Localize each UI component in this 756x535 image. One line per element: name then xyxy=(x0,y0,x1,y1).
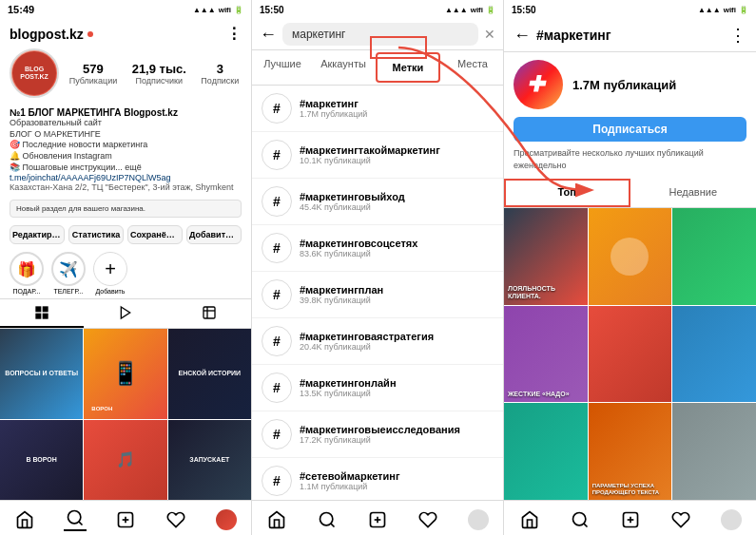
svg-rect-5 xyxy=(204,307,215,318)
content-grid-item[interactable]: ПАРАМЕТРЫ УСПЕХА ПРОДАЮЩЕГО ТЕКСТА xyxy=(589,403,672,500)
nav-home-icon[interactable] xyxy=(13,508,36,531)
hashtag-item[interactable]: # #сетевоймаркетинг 1.1M публикаций xyxy=(252,458,503,500)
content-grid-item[interactable]: ЖЕСТКИЕ «НАДО» xyxy=(504,306,588,403)
right-back-icon[interactable]: ← xyxy=(514,26,531,46)
svg-rect-3 xyxy=(43,314,48,319)
right-nav-add-icon[interactable] xyxy=(619,508,642,531)
content-grid-item[interactable] xyxy=(672,208,756,305)
mid-time: 15:50 xyxy=(260,5,284,15)
add-more-button[interactable]: Добавить м... xyxy=(186,225,242,244)
mid-nav-home-icon[interactable] xyxy=(265,508,288,531)
left-panel: 15:49 ▲▲▲ wifi 🔋 blogpost.kz ⋮ BLOGPOST.… xyxy=(0,0,252,535)
tab-top[interactable]: Топ xyxy=(504,179,630,207)
grid-item[interactable]: ВОПРОСЫ И ОТВЕТЫ xyxy=(0,329,83,418)
right-time: 15:50 xyxy=(512,5,536,15)
hashtag-item[interactable]: # #маркетинговаястратегия 20.4K публикац… xyxy=(252,318,503,365)
brand-name: blogpost.kz ⋮ xyxy=(10,25,242,43)
content-grid-item[interactable] xyxy=(672,306,756,403)
hashtag-item[interactable]: # #маркетинговсоцсетях 83.6K публикаций xyxy=(252,225,503,272)
hashtag-info: #маркетингтакоймаркетинг 10.1K публикаци… xyxy=(300,144,494,165)
hashtag-item[interactable]: # #маркетинговыеисследования 17.2K публи… xyxy=(252,411,503,458)
hashtag-avatar xyxy=(514,60,563,109)
hashtag-icon: # xyxy=(262,140,292,170)
search-clear-icon[interactable]: ✕ xyxy=(484,27,495,42)
hashtag-info: #сетевоймаркетинг 1.1M публикаций xyxy=(300,470,494,491)
hashtag-item[interactable]: # #маркетинговыйход 45.4K публикаций xyxy=(252,179,503,225)
tab-best[interactable]: Лучшие xyxy=(252,50,313,85)
grid-item[interactable]: ЕНСКОЙ ИСТОРИИ xyxy=(168,329,251,418)
wifi-icon: wifi xyxy=(219,6,231,14)
right-nav-heart-icon[interactable] xyxy=(669,508,692,531)
mid-nav-add-icon[interactable] xyxy=(366,508,389,531)
mid-wifi-icon: wifi xyxy=(471,6,483,14)
hashtag-profile: 1.7M публикаций Подписаться Просматривай… xyxy=(504,52,756,179)
content-grid-item[interactable] xyxy=(589,306,672,403)
right-nav-profile-icon[interactable] xyxy=(720,508,743,531)
hashtag-info: #маркетинг 1.7M публикаций xyxy=(300,98,494,119)
content-grid-item[interactable] xyxy=(672,403,756,500)
grid-item[interactable]: В ВОРОН xyxy=(0,420,83,500)
reels-tab[interactable] xyxy=(84,299,167,328)
mid-nav-profile-icon[interactable] xyxy=(467,508,490,531)
mid-nav-heart-icon[interactable] xyxy=(417,508,439,531)
saved-button[interactable]: Сохранённое xyxy=(127,225,183,244)
content-grid: ЛОЯЛЬНОСТЬ КЛИЕНТА. ЖЕСТКИЕ «НАДО» ПАРАМ… xyxy=(504,208,756,500)
hashtag-icon: # xyxy=(262,279,292,310)
stats-row: 579 Публикации 21,9 тыс. Подписчики 3 По… xyxy=(67,62,242,86)
profile-bio: №1 БЛОГ МАРКЕТИНГА Blogpost.kz Образоват… xyxy=(0,107,251,196)
edit-profile-button[interactable]: Редактировать проф... xyxy=(10,225,65,244)
tagged-tab[interactable] xyxy=(167,299,251,328)
back-arrow-icon[interactable]: ← xyxy=(260,25,277,45)
statistics-button[interactable]: Статистика xyxy=(68,225,124,244)
highlight-gift-circle: 🎁 xyxy=(10,252,44,286)
hashtag-icon: # xyxy=(262,373,292,403)
highlight-add-circle: + xyxy=(93,252,127,286)
svg-point-13 xyxy=(320,513,333,525)
right-nav-home-icon[interactable] xyxy=(518,508,541,531)
hashtag-item[interactable]: # #маркетингплан 39.8K публикаций xyxy=(252,272,503,318)
hashtag-icon: # xyxy=(262,466,292,496)
svg-point-8 xyxy=(68,511,81,524)
posts-tabs xyxy=(0,298,251,329)
nav-search-icon[interactable] xyxy=(64,508,87,531)
left-status-bar: 15:49 ▲▲▲ wifi 🔋 xyxy=(0,0,251,19)
nav-profile-icon[interactable] xyxy=(215,508,238,531)
content-grid-item[interactable]: ЛОЯЛЬНОСТЬ КЛИЕНТА. xyxy=(504,208,588,305)
battery-icon: 🔋 xyxy=(234,6,243,14)
hashtag-icon: # xyxy=(262,419,292,449)
grid-item[interactable]: 📱 BOPOН xyxy=(84,329,166,418)
mid-signal-icon: ▲▲▲ xyxy=(445,6,468,14)
hashtag-icon: # xyxy=(262,233,292,263)
grid-item[interactable]: 🎵 xyxy=(84,420,166,500)
right-battery-icon: 🔋 xyxy=(739,6,748,14)
hashtag-item[interactable]: # #маркетингтакоймаркетинг 10.1K публика… xyxy=(252,132,503,179)
highlight-add[interactable]: + Добавить xyxy=(93,252,127,295)
right-wifi-icon: wifi xyxy=(724,6,736,14)
grid-item[interactable]: ЗАПУСКАЕТ xyxy=(168,420,251,500)
search-input-wrapper[interactable]: маркетинг xyxy=(282,23,478,46)
tab-recent[interactable]: Недавние xyxy=(630,179,757,207)
nav-heart-icon[interactable] xyxy=(165,508,187,531)
tab-hashtags[interactable]: Метки xyxy=(376,52,440,83)
content-grid-item[interactable] xyxy=(504,403,588,500)
content-grid-item[interactable] xyxy=(589,208,672,305)
hashtag-info: #маркетинговаястратегия 20.4K публикаций xyxy=(300,331,494,352)
mid-nav-search-icon[interactable] xyxy=(316,508,339,531)
follow-button[interactable]: Подписаться xyxy=(514,117,746,142)
highlight-gift[interactable]: 🎁 ПОДАР... xyxy=(10,252,44,295)
hashtag-item[interactable]: # #маркетингонлайн 13.5K публикаций xyxy=(252,365,503,411)
more-icon[interactable]: ⋮ xyxy=(226,25,242,43)
right-nav-search-icon[interactable] xyxy=(569,508,591,531)
hashtag-icon: # xyxy=(262,93,292,124)
hashtag-item[interactable]: # #маркетинг 1.7M публикаций xyxy=(252,86,503,132)
tab-places[interactable]: Места xyxy=(442,50,503,85)
right-more-icon[interactable]: ⋮ xyxy=(729,25,746,46)
highlight-telegram-circle: ✈️ xyxy=(51,252,86,286)
grid-tab[interactable] xyxy=(0,299,84,328)
publications-stat: 579 Публикации xyxy=(69,62,117,86)
hashtag-info: #маркетинговыйход 45.4K публикаций xyxy=(300,191,494,212)
highlight-telegram[interactable]: ✈️ ТЕЛЕГР... xyxy=(51,252,86,295)
nav-add-icon[interactable] xyxy=(114,508,137,531)
tab-accounts[interactable]: Аккаунты xyxy=(313,50,374,85)
hashtag-pub-stats: 1.7M публикаций xyxy=(572,78,746,92)
